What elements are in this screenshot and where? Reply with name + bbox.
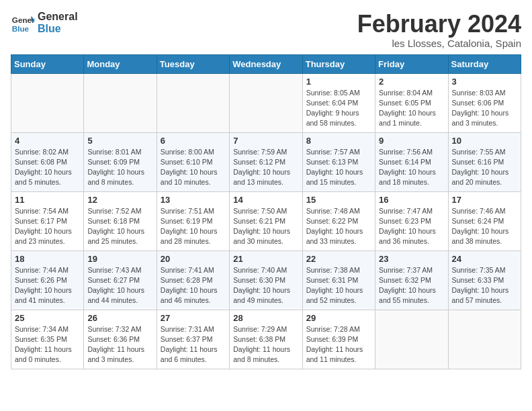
day-info: Sunrise: 7:41 AM Sunset: 6:28 PM Dayligh… xyxy=(161,265,226,306)
calendar-cell: 11Sunrise: 7:54 AM Sunset: 6:17 PM Dayli… xyxy=(11,191,84,250)
day-number: 17 xyxy=(452,195,517,205)
day-number: 4 xyxy=(15,136,80,146)
day-number: 15 xyxy=(306,195,371,205)
calendar-cell: 19Sunrise: 7:43 AM Sunset: 6:27 PM Dayli… xyxy=(84,250,157,310)
location: les Llosses, Catalonia, Spain xyxy=(357,38,521,49)
weekday-header-thursday: Thursday xyxy=(302,54,375,73)
day-info: Sunrise: 7:54 AM Sunset: 6:17 PM Dayligh… xyxy=(15,206,80,247)
day-info: Sunrise: 7:40 AM Sunset: 6:30 PM Dayligh… xyxy=(233,265,298,306)
calendar-cell: 2Sunrise: 8:04 AM Sunset: 6:05 PM Daylig… xyxy=(375,73,448,132)
svg-text:Blue: Blue xyxy=(12,24,30,33)
day-number: 20 xyxy=(161,254,226,264)
day-info: Sunrise: 7:57 AM Sunset: 6:13 PM Dayligh… xyxy=(306,147,371,188)
calendar-cell: 5Sunrise: 8:01 AM Sunset: 6:09 PM Daylig… xyxy=(84,132,157,191)
weekday-header-monday: Monday xyxy=(84,54,157,73)
day-info: Sunrise: 7:46 AM Sunset: 6:24 PM Dayligh… xyxy=(452,206,517,247)
calendar-cell: 16Sunrise: 7:47 AM Sunset: 6:23 PM Dayli… xyxy=(375,191,448,250)
day-number: 5 xyxy=(87,136,152,146)
day-number: 19 xyxy=(87,254,152,264)
day-info: Sunrise: 7:32 AM Sunset: 6:36 PM Dayligh… xyxy=(87,324,152,365)
month-title: February 2024 xyxy=(357,11,521,38)
day-info: Sunrise: 8:05 AM Sunset: 6:04 PM Dayligh… xyxy=(306,88,371,129)
day-info: Sunrise: 7:51 AM Sunset: 6:19 PM Dayligh… xyxy=(161,206,226,247)
title-block: February 2024 les Llosses, Catalonia, Sp… xyxy=(357,11,521,49)
week-row-2: 4Sunrise: 8:02 AM Sunset: 6:08 PM Daylig… xyxy=(11,132,521,191)
day-number: 24 xyxy=(452,254,517,264)
day-number: 26 xyxy=(87,313,152,323)
calendar-cell: 14Sunrise: 7:50 AM Sunset: 6:21 PM Dayli… xyxy=(230,191,302,250)
calendar-cell: 7Sunrise: 7:59 AM Sunset: 6:12 PM Daylig… xyxy=(230,132,302,191)
calendar-cell: 18Sunrise: 7:44 AM Sunset: 6:26 PM Dayli… xyxy=(11,250,84,310)
day-number: 8 xyxy=(306,136,371,146)
day-number: 9 xyxy=(379,136,444,146)
day-number: 22 xyxy=(306,254,371,264)
calendar-cell xyxy=(230,73,302,132)
calendar-cell: 26Sunrise: 7:32 AM Sunset: 6:36 PM Dayli… xyxy=(84,310,157,369)
day-number: 18 xyxy=(15,254,80,264)
page-header: General Blue General Blue February 2024 … xyxy=(11,11,521,49)
day-info: Sunrise: 7:56 AM Sunset: 6:14 PM Dayligh… xyxy=(379,147,444,188)
day-number: 7 xyxy=(233,136,298,146)
day-info: Sunrise: 7:37 AM Sunset: 6:32 PM Dayligh… xyxy=(379,265,444,306)
calendar-cell xyxy=(375,310,448,369)
day-info: Sunrise: 7:55 AM Sunset: 6:16 PM Dayligh… xyxy=(452,147,517,188)
day-number: 29 xyxy=(306,313,371,323)
calendar-table: SundayMondayTuesdayWednesdayThursdayFrid… xyxy=(11,54,521,369)
calendar-cell: 21Sunrise: 7:40 AM Sunset: 6:30 PM Dayli… xyxy=(230,250,302,310)
day-info: Sunrise: 8:00 AM Sunset: 6:10 PM Dayligh… xyxy=(161,147,226,188)
day-info: Sunrise: 7:47 AM Sunset: 6:23 PM Dayligh… xyxy=(379,206,444,247)
calendar-cell: 20Sunrise: 7:41 AM Sunset: 6:28 PM Dayli… xyxy=(157,250,229,310)
day-info: Sunrise: 7:28 AM Sunset: 6:39 PM Dayligh… xyxy=(306,324,371,365)
weekday-header-saturday: Saturday xyxy=(448,54,521,73)
day-number: 27 xyxy=(161,313,226,323)
day-number: 3 xyxy=(452,77,517,87)
day-number: 21 xyxy=(233,254,298,264)
calendar-cell: 6Sunrise: 8:00 AM Sunset: 6:10 PM Daylig… xyxy=(157,132,229,191)
day-number: 14 xyxy=(233,195,298,205)
calendar-cell: 23Sunrise: 7:37 AM Sunset: 6:32 PM Dayli… xyxy=(375,250,448,310)
day-number: 2 xyxy=(379,77,444,87)
logo-blue-text: Blue xyxy=(38,23,78,35)
day-info: Sunrise: 8:02 AM Sunset: 6:08 PM Dayligh… xyxy=(15,147,80,188)
week-row-3: 11Sunrise: 7:54 AM Sunset: 6:17 PM Dayli… xyxy=(11,191,521,250)
calendar-cell: 29Sunrise: 7:28 AM Sunset: 6:39 PM Dayli… xyxy=(302,310,375,369)
calendar-cell: 17Sunrise: 7:46 AM Sunset: 6:24 PM Dayli… xyxy=(448,191,521,250)
calendar-cell: 28Sunrise: 7:29 AM Sunset: 6:38 PM Dayli… xyxy=(230,310,302,369)
calendar-cell xyxy=(448,310,521,369)
day-number: 23 xyxy=(379,254,444,264)
calendar-cell xyxy=(11,73,84,132)
day-info: Sunrise: 8:03 AM Sunset: 6:06 PM Dayligh… xyxy=(452,88,517,129)
day-number: 13 xyxy=(161,195,226,205)
day-number: 10 xyxy=(452,136,517,146)
calendar-cell: 27Sunrise: 7:31 AM Sunset: 6:37 PM Dayli… xyxy=(157,310,229,369)
logo-icon: General Blue xyxy=(11,11,35,35)
day-info: Sunrise: 7:35 AM Sunset: 6:33 PM Dayligh… xyxy=(452,265,517,306)
calendar-cell: 25Sunrise: 7:34 AM Sunset: 6:35 PM Dayli… xyxy=(11,310,84,369)
day-info: Sunrise: 7:50 AM Sunset: 6:21 PM Dayligh… xyxy=(233,206,298,247)
weekday-header-tuesday: Tuesday xyxy=(157,54,229,73)
day-number: 6 xyxy=(161,136,226,146)
calendar-cell: 24Sunrise: 7:35 AM Sunset: 6:33 PM Dayli… xyxy=(448,250,521,310)
day-number: 12 xyxy=(87,195,152,205)
day-info: Sunrise: 8:04 AM Sunset: 6:05 PM Dayligh… xyxy=(379,88,444,129)
week-row-5: 25Sunrise: 7:34 AM Sunset: 6:35 PM Dayli… xyxy=(11,310,521,369)
calendar-cell: 4Sunrise: 8:02 AM Sunset: 6:08 PM Daylig… xyxy=(11,132,84,191)
day-info: Sunrise: 7:44 AM Sunset: 6:26 PM Dayligh… xyxy=(15,265,80,306)
day-number: 1 xyxy=(306,77,371,87)
logo-general-text: General xyxy=(38,11,78,23)
day-info: Sunrise: 7:48 AM Sunset: 6:22 PM Dayligh… xyxy=(306,206,371,247)
weekday-header-row: SundayMondayTuesdayWednesdayThursdayFrid… xyxy=(11,54,521,73)
weekday-header-wednesday: Wednesday xyxy=(230,54,302,73)
day-number: 28 xyxy=(233,313,298,323)
day-info: Sunrise: 7:31 AM Sunset: 6:37 PM Dayligh… xyxy=(161,324,226,365)
weekday-header-friday: Friday xyxy=(375,54,448,73)
calendar-cell: 8Sunrise: 7:57 AM Sunset: 6:13 PM Daylig… xyxy=(302,132,375,191)
day-number: 11 xyxy=(15,195,80,205)
logo: General Blue General Blue xyxy=(11,11,78,35)
calendar-cell xyxy=(84,73,157,132)
calendar-cell: 13Sunrise: 7:51 AM Sunset: 6:19 PM Dayli… xyxy=(157,191,229,250)
day-info: Sunrise: 7:38 AM Sunset: 6:31 PM Dayligh… xyxy=(306,265,371,306)
weekday-header-sunday: Sunday xyxy=(11,54,84,73)
calendar-cell: 12Sunrise: 7:52 AM Sunset: 6:18 PM Dayli… xyxy=(84,191,157,250)
calendar-cell: 1Sunrise: 8:05 AM Sunset: 6:04 PM Daylig… xyxy=(302,73,375,132)
